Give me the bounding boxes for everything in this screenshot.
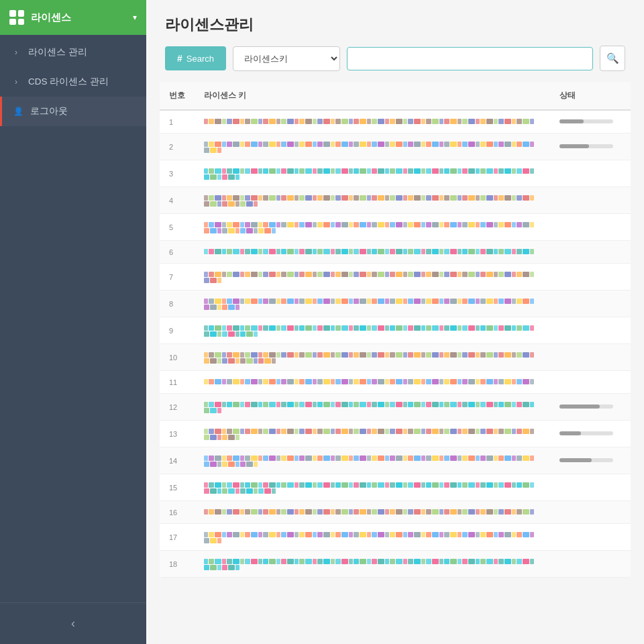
table-row[interactable]: 8 xyxy=(160,290,631,317)
grid-icon xyxy=(9,10,24,25)
search-submit-button[interactable]: 🔍 xyxy=(600,46,625,71)
license-key-cell xyxy=(195,133,550,160)
search-bar: # Search 라이센스키 사용자 상태 🔍 xyxy=(146,46,644,82)
table-row[interactable]: 3 xyxy=(160,160,631,187)
status-cell xyxy=(550,290,631,317)
status-cell xyxy=(550,110,631,133)
sidebar: 라이센스 ▾ › 라이센스 관리 › CDS 라이센스 관리 👤 로그아웃 ‹ xyxy=(0,0,146,644)
license-key-cell xyxy=(195,551,550,578)
license-key-cell xyxy=(195,241,550,264)
table-row[interactable]: 13 xyxy=(160,421,631,447)
table-row[interactable]: 11 xyxy=(160,371,631,394)
license-table: 번호 라이센스 키 상태 123456789101112131415161718 xyxy=(160,82,631,578)
table-row[interactable]: 15 xyxy=(160,474,631,501)
license-key-cell xyxy=(195,187,550,214)
table-container: 번호 라이센스 키 상태 123456789101112131415161718 xyxy=(146,82,644,644)
row-number: 13 xyxy=(160,421,195,447)
license-key-cell xyxy=(195,474,550,501)
table-row[interactable]: 2 xyxy=(160,133,631,160)
row-number: 8 xyxy=(160,290,195,317)
table-row[interactable]: 1 xyxy=(160,110,631,133)
search-icon: 🔍 xyxy=(606,52,619,64)
sidebar-item-label: 로그아웃 xyxy=(30,105,68,117)
table-row[interactable]: 9 xyxy=(160,317,631,344)
status-cell xyxy=(550,241,631,264)
license-key-cell xyxy=(195,421,550,447)
status-cell xyxy=(550,501,631,524)
table-row[interactable]: 12 xyxy=(160,394,631,421)
table-body: 123456789101112131415161718 xyxy=(160,110,631,578)
page-title: 라이센스관리 xyxy=(165,15,625,35)
sidebar-item-logout[interactable]: 👤 로그아웃 xyxy=(0,97,146,126)
table-row[interactable]: 5 xyxy=(160,214,631,241)
search-input[interactable] xyxy=(347,47,593,70)
table-row[interactable]: 6 xyxy=(160,241,631,264)
license-key-cell xyxy=(195,110,550,133)
status-cell xyxy=(550,447,631,474)
row-number: 4 xyxy=(160,187,195,214)
license-key-cell xyxy=(195,317,550,344)
license-key-cell xyxy=(195,264,550,290)
collapse-icon: ‹ xyxy=(71,616,75,631)
table-row[interactable]: 7 xyxy=(160,264,631,290)
sidebar-footer: ‹ xyxy=(0,602,146,644)
sidebar-nav: › 라이센스 관리 › CDS 라이센스 관리 👤 로그아웃 xyxy=(0,35,146,602)
license-key-cell xyxy=(195,524,550,551)
sidebar-collapse-button[interactable]: ‹ xyxy=(0,611,146,636)
page-header: 라이센스관리 xyxy=(146,0,644,46)
search-field-select[interactable]: 라이센스키 사용자 상태 xyxy=(233,46,340,71)
table-row[interactable]: 14 xyxy=(160,447,631,474)
license-key-cell xyxy=(195,394,550,421)
table-row[interactable]: 18 xyxy=(160,551,631,578)
row-number: 16 xyxy=(160,501,195,524)
license-key-cell xyxy=(195,371,550,394)
chevron-down-icon: ▾ xyxy=(133,13,137,22)
status-cell xyxy=(550,133,631,160)
license-key-cell xyxy=(195,214,550,241)
status-cell xyxy=(550,160,631,187)
row-number: 14 xyxy=(160,447,195,474)
row-number: 5 xyxy=(160,214,195,241)
search-button-label: Search xyxy=(186,54,214,64)
row-number: 9 xyxy=(160,317,195,344)
row-number: 12 xyxy=(160,394,195,421)
row-number: 15 xyxy=(160,474,195,501)
table-row[interactable]: 17 xyxy=(160,524,631,551)
row-number: 11 xyxy=(160,371,195,394)
col-num: 번호 xyxy=(160,82,195,110)
status-cell xyxy=(550,474,631,501)
chevron-right-icon: › xyxy=(11,77,21,87)
sidebar-item-license-mgmt[interactable]: › 라이센스 관리 xyxy=(0,38,146,67)
license-key-cell xyxy=(195,160,550,187)
status-cell xyxy=(550,524,631,551)
row-number: 17 xyxy=(160,524,195,551)
status-cell xyxy=(550,317,631,344)
status-cell xyxy=(550,551,631,578)
table-row[interactable]: 10 xyxy=(160,344,631,371)
sidebar-item-label: CDS 라이센스 관리 xyxy=(28,76,109,88)
status-cell xyxy=(550,187,631,214)
status-cell xyxy=(550,371,631,394)
table-row[interactable]: 4 xyxy=(160,187,631,214)
col-status: 상태 xyxy=(550,82,631,110)
sidebar-header[interactable]: 라이센스 ▾ xyxy=(0,0,146,35)
table-row[interactable]: 16 xyxy=(160,501,631,524)
search-button[interactable]: # Search xyxy=(165,46,226,70)
sidebar-item-label: 라이센스 관리 xyxy=(28,46,87,58)
license-key-cell xyxy=(195,290,550,317)
sidebar-item-cds-license-mgmt[interactable]: › CDS 라이센스 관리 xyxy=(0,67,146,97)
chevron-right-icon: › xyxy=(11,48,21,57)
main-content: 라이센스관리 # Search 라이센스키 사용자 상태 🔍 번호 라이센스 키… xyxy=(146,0,644,644)
row-number: 6 xyxy=(160,241,195,264)
row-number: 2 xyxy=(160,133,195,160)
user-icon: 👤 xyxy=(13,107,23,116)
row-number: 3 xyxy=(160,160,195,187)
row-number: 7 xyxy=(160,264,195,290)
status-cell xyxy=(550,421,631,447)
status-cell xyxy=(550,344,631,371)
license-key-cell xyxy=(195,344,550,371)
status-cell xyxy=(550,264,631,290)
table-header: 번호 라이센스 키 상태 xyxy=(160,82,631,110)
sidebar-title: 라이센스 xyxy=(31,11,126,24)
row-number: 1 xyxy=(160,110,195,133)
